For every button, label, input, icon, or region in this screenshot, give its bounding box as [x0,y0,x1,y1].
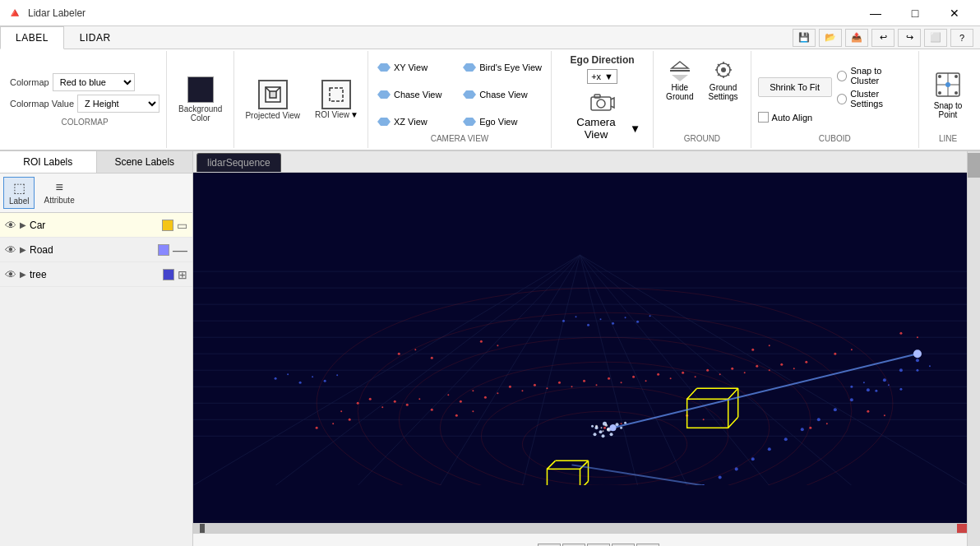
roi-labels-tab[interactable]: ROI Labels [0,151,97,173]
xy-view-button[interactable]: XY View [373,54,457,80]
car-visibility-icon[interactable]: 👁 [5,219,16,232]
viewport-canvas[interactable] [193,173,967,523]
svg-point-59 [472,390,474,391]
birds-eye-view-button[interactable]: Bird's Eye View [459,54,546,80]
ground-settings-button[interactable]: GroundSettings [702,54,743,105]
toolbar-open-btn[interactable]: 📂 [819,29,842,47]
ego-view-button[interactable]: Ego View [459,109,546,134]
svg-line-180 [728,417,738,428]
svg-point-58 [460,400,462,403]
svg-point-124 [649,315,651,317]
toolbar-layout-btn[interactable]: ⬜ [924,29,947,47]
svg-point-133 [719,475,722,479]
snap-to-point-button[interactable]: Snap toPoint [926,66,970,123]
svg-marker-15 [672,62,688,68]
ground-section: HideGround GroundSettings GROUND [654,51,751,148]
projected-view-button[interactable]: Projected View [239,76,306,124]
colormap-select[interactable]: Red to blue Jet HSV [53,73,135,91]
minimize-button[interactable]: — [857,0,894,26]
chase-view-button[interactable]: Chase View [459,81,546,107]
trajectory-line-2 [571,465,703,485]
tree-expand-arrow[interactable]: ▶ [20,270,26,279]
colormap-value-select[interactable]: Z Height Intensity Range [77,95,159,113]
svg-point-97 [826,423,828,424]
svg-point-130 [916,369,918,372]
camera-views-section: XY View Bird's Eye View Chase View Chase… [368,51,552,148]
auto-align-checkbox[interactable]: Auto Align [758,112,813,123]
cluster-settings-checkbox[interactable]: Cluster Settings [837,89,912,109]
tab-label[interactable]: LABEL [0,26,64,49]
svg-point-149 [599,430,603,433]
toolbar-save-btn[interactable]: 💾 [793,29,816,47]
skip-to-start-button[interactable]: ⏮ [538,544,561,547]
prev-frame-button[interactable]: ⏪ [562,544,585,547]
svg-point-107 [834,353,836,355]
bounding-box-1 [547,460,588,485]
yz-view-button[interactable]: Chase View [373,81,457,107]
chase-view-icon [463,89,476,100]
lidar-sequence-tab[interactable]: lidarSequence [196,153,281,172]
skip-to-end-button[interactable]: ⏭ [636,544,659,547]
svg-line-177 [728,388,738,399]
play-button[interactable]: ▶ [587,544,610,547]
scene-labels-tab[interactable]: Scene Labels [97,151,193,173]
svg-point-166 [399,337,811,485]
attribute-tool-button[interactable]: ≡ Attribute [38,177,80,209]
svg-point-119 [587,324,589,326]
xz-view-button[interactable]: XZ View [373,109,457,134]
svg-point-65 [546,387,548,389]
svg-line-41 [275,255,580,485]
label-item-car[interactable]: 👁 ▶ Car ▭ [0,213,192,238]
xy-view-label: XY View [394,62,428,72]
timeline-bar[interactable] [193,523,967,533]
label-item-tree[interactable]: 👁 ▶ tree ⊞ [0,262,192,287]
svg-point-100 [398,353,400,355]
tab-lidar[interactable]: LIDAR [64,26,127,49]
svg-rect-13 [594,95,600,98]
svg-line-42 [580,255,852,485]
ego-direction-select[interactable]: +x ▼ [587,69,617,84]
svg-line-43 [358,255,580,485]
svg-point-102 [431,357,433,359]
panel-tabs: ROI Labels Scene Labels [0,151,192,174]
close-button[interactable]: ✕ [936,0,973,26]
label-item-road[interactable]: 👁 ▶ Road — [0,238,192,262]
road-expand-arrow[interactable]: ▶ [20,245,26,254]
svg-point-54 [406,404,409,406]
svg-point-49 [357,402,359,405]
birds-eye-icon [463,62,476,73]
right-scrollbar[interactable] [967,151,980,546]
svg-point-152 [594,433,597,436]
toolbar-export-btn[interactable]: 📤 [845,29,868,47]
svg-point-79 [719,373,721,375]
timeline-marker[interactable] [200,524,205,533]
label-tool-button[interactable]: ⬚ Label [3,177,35,209]
background-color-button[interactable]: BackgroundColor [172,73,229,126]
snap-to-cluster-checkbox[interactable]: Snap to Cluster [837,66,912,86]
svg-point-165 [440,362,769,485]
toolbar-undo-btn[interactable]: ↩ [871,29,894,47]
toolbar-redo-btn[interactable]: ↪ [898,29,921,47]
shrink-to-fit-button[interactable]: Shrink To Fit [758,77,832,97]
toolbar-help-btn[interactable]: ? [950,29,973,47]
car-expand-arrow[interactable]: ▶ [20,220,26,229]
xz-view-label: XZ View [394,117,428,127]
trajectory-line [613,354,918,428]
svg-point-70 [608,377,610,380]
svg-point-50 [369,398,372,400]
camera-view-button[interactable]: Camera View ▼ [558,87,646,145]
scroll-thumb[interactable] [968,153,980,178]
next-frame-button[interactable]: ⏩ [612,544,635,547]
shrink-to-fit-label: Shrink To Fit [770,82,820,92]
hide-ground-button[interactable]: HideGround [660,54,699,105]
tree-visibility-icon[interactable]: 👁 [5,268,16,281]
maximize-button[interactable]: □ [896,0,934,26]
roi-view-button[interactable]: ROI View ▼ [311,77,363,122]
ribbon-tab-bar: LABEL LIDAR 💾 📂 📤 ↩ ↪ ⬜ ? [0,26,980,49]
svg-point-68 [583,380,585,382]
camera-view-dropdown-arrow: ▼ [630,123,640,135]
svg-point-161 [603,430,604,432]
svg-rect-169 [547,469,580,485]
svg-point-72 [632,376,635,378]
road-visibility-icon[interactable]: 👁 [5,243,16,257]
